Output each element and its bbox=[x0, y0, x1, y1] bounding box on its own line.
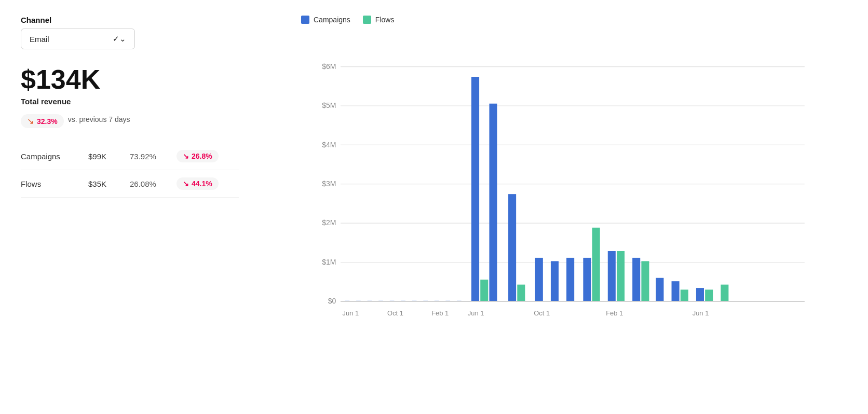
left-panel: Channel Email ✓⌄ $134K Total revenue ↘ 3… bbox=[21, 16, 239, 198]
campaigns-change-value: 26.8% bbox=[192, 152, 212, 160]
bar-campaigns-apr2 bbox=[656, 278, 663, 301]
bar-flows-jun2 bbox=[480, 280, 488, 301]
campaigns-swatch bbox=[301, 16, 309, 24]
chart-container: $0 $1M $2M $3M $4M $5M $6M bbox=[270, 33, 847, 324]
change-pct: 32.3% bbox=[37, 117, 58, 126]
svg-text:$5M: $5M bbox=[322, 101, 336, 109]
bar-flows-jun3 bbox=[705, 289, 713, 301]
vs-text: vs. previous 7 days bbox=[68, 115, 130, 123]
chart-panel: Campaigns Flows $0 bbox=[270, 16, 847, 324]
bar-campaigns-mar2 bbox=[632, 258, 640, 301]
flows-row: Flows $35K 26.08% ↘ 44.1% bbox=[21, 170, 239, 198]
flows-value: $35K bbox=[88, 180, 130, 188]
campaigns-value: $99K bbox=[88, 152, 130, 161]
campaigns-pct: 73.92% bbox=[130, 152, 177, 161]
bar-campaigns-jan bbox=[583, 258, 591, 301]
bar-campaigns-nov2 bbox=[551, 261, 559, 301]
svg-text:$6M: $6M bbox=[322, 62, 336, 71]
revenue-chart: $0 $1M $2M $3M $4M $5M $6M bbox=[270, 33, 847, 324]
svg-text:$0: $0 bbox=[328, 297, 336, 305]
chevron-down-icon: ✓⌄ bbox=[113, 34, 126, 44]
flows-trend-icon: ↘ bbox=[183, 180, 189, 188]
legend-flows: Flows bbox=[363, 16, 395, 24]
bar-flows-jun4 bbox=[721, 285, 728, 301]
bar-flows-jan bbox=[592, 228, 600, 301]
x-label-oct2: Oct 1 bbox=[534, 309, 550, 317]
x-label-jun3: Jun 1 bbox=[693, 309, 709, 317]
legend-campaigns-label: Campaigns bbox=[314, 16, 350, 24]
x-label-feb1: Feb 1 bbox=[431, 309, 449, 317]
svg-text:$1M: $1M bbox=[322, 258, 336, 266]
bar-campaigns-aug2 bbox=[508, 194, 516, 301]
bar-campaigns-jul2 bbox=[489, 104, 497, 301]
bar-campaigns-dec2 bbox=[566, 258, 574, 301]
total-revenue-label: Total revenue bbox=[21, 97, 239, 106]
bar-campaigns-oct2 bbox=[535, 258, 543, 301]
legend-flows-label: Flows bbox=[375, 16, 395, 24]
svg-text:$4M: $4M bbox=[322, 141, 336, 149]
change-row: ↘ 32.3% vs. previous 7 days bbox=[21, 110, 239, 128]
total-revenue-section: $134K Total revenue ↘ 32.3% vs. previous… bbox=[21, 66, 239, 128]
bar-flows-feb2 bbox=[617, 251, 625, 301]
bar-campaigns-feb2 bbox=[608, 251, 616, 301]
chart-legend: Campaigns Flows bbox=[301, 16, 847, 24]
bar-flows-may2 bbox=[681, 289, 688, 301]
campaigns-row: Campaigns $99K 73.92% ↘ 26.8% bbox=[21, 143, 239, 170]
campaigns-name: Campaigns bbox=[21, 152, 88, 161]
bar-flows-mar2 bbox=[641, 261, 649, 301]
campaigns-change: ↘ 26.8% bbox=[177, 150, 219, 162]
flows-pct: 26.08% bbox=[130, 180, 177, 188]
total-revenue-value: $134K bbox=[21, 66, 239, 93]
campaigns-trend-icon: ↘ bbox=[183, 152, 189, 160]
x-label-jun1: Jun 1 bbox=[343, 309, 359, 317]
bar-flows-aug2 bbox=[517, 285, 525, 301]
metrics-table: Campaigns $99K 73.92% ↘ 26.8% Flows $35K… bbox=[21, 143, 239, 198]
flows-name: Flows bbox=[21, 180, 88, 188]
x-label-jun2: Jun 1 bbox=[468, 309, 484, 317]
change-badge: ↘ 32.3% bbox=[21, 114, 64, 128]
svg-text:$2M: $2M bbox=[322, 218, 336, 227]
svg-text:$3M: $3M bbox=[322, 180, 336, 188]
bar-campaigns-jun3 bbox=[696, 288, 704, 301]
legend-campaigns: Campaigns bbox=[301, 16, 350, 24]
flows-change-value: 44.1% bbox=[192, 180, 212, 188]
trend-down-icon: ↘ bbox=[27, 116, 34, 126]
x-label-feb2: Feb 1 bbox=[606, 309, 623, 317]
x-label-oct1: Oct 1 bbox=[387, 309, 403, 317]
channel-selected-value: Email bbox=[30, 35, 49, 44]
channel-select[interactable]: Email ✓⌄ bbox=[21, 29, 135, 49]
bar-campaigns-may2 bbox=[672, 281, 680, 301]
channel-label: Channel bbox=[21, 16, 239, 24]
flows-change: ↘ 44.1% bbox=[177, 177, 219, 190]
bar-campaigns-jun2 bbox=[471, 77, 479, 301]
flows-swatch bbox=[363, 16, 371, 24]
